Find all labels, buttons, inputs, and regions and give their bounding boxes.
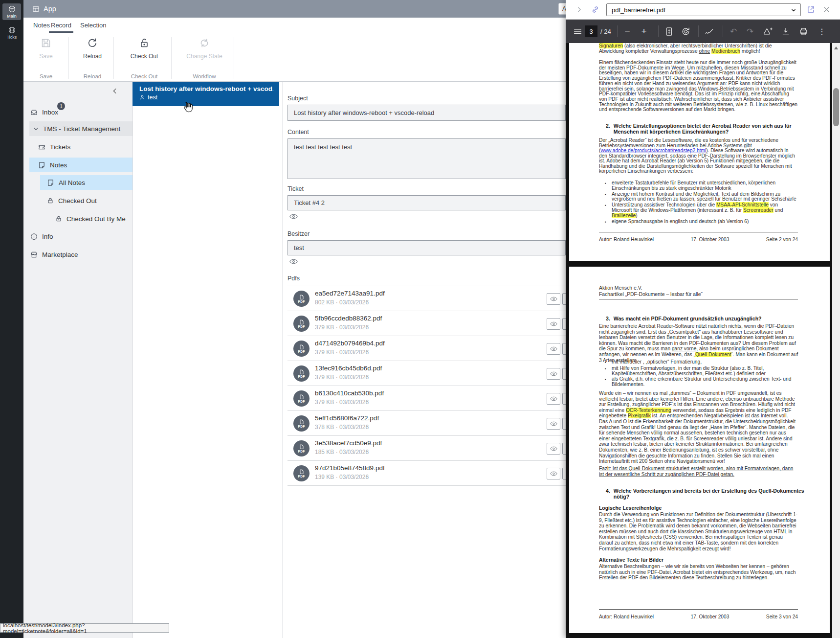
zoom-in-button[interactable]: +	[637, 20, 651, 43]
attachment-preview-button[interactable]	[547, 318, 560, 330]
attachment-row[interactable]: PDF d471492b079469b4.pdf 379 KB · 03/03/…	[287, 336, 566, 361]
tab-record[interactable]: Record	[51, 22, 71, 29]
ticket-input[interactable]	[287, 195, 566, 210]
change-state-button[interactable]: Change State	[175, 36, 234, 72]
attachment-download-button[interactable]	[562, 343, 566, 355]
ticket-icon	[38, 143, 45, 151]
content-input[interactable]: test test test test test	[287, 138, 566, 179]
sidebar-item-info[interactable]: Info	[30, 229, 53, 244]
attachment-preview-button[interactable]	[547, 368, 560, 380]
attachment-download-button[interactable]	[562, 318, 566, 330]
note-icon	[38, 161, 45, 169]
rotate-icon[interactable]	[679, 20, 692, 43]
chevron-down-icon	[33, 126, 39, 132]
besitzer-input[interactable]	[287, 240, 566, 255]
ribbon-group-save: Save	[28, 73, 64, 79]
tab-notes[interactable]: Notes	[33, 22, 50, 29]
zoom-out-button[interactable]: −	[620, 20, 634, 43]
print-icon[interactable]	[796, 20, 810, 43]
scroll-up-icon[interactable]	[834, 46, 839, 50]
note-list-item-selected[interactable]: Lost history after windows-reboot + vsco…	[133, 82, 279, 106]
attachment-preview-button[interactable]	[547, 343, 560, 355]
attachment-row[interactable]: PDF 13fec916cb45db6d.pdf 379 KB · 03/03/…	[287, 361, 566, 386]
pdf-viewer-header: pdf_barrierefrei.pdf	[566, 0, 840, 20]
reload-button[interactable]: Reload	[71, 36, 113, 72]
pdf-heading-3: 3.Was macht ein PDF-Dokument grundsätzli…	[599, 316, 805, 321]
subject-label: Subject	[287, 95, 308, 102]
pdf-fazit: Fazit: Ist das Quell-Dokument strukturie…	[599, 466, 798, 477]
sidebar: Inbox 1 TMS - Ticket Management Tickets …	[23, 82, 133, 638]
pdf-scrollbar-thumb[interactable]	[833, 88, 839, 126]
add-comment-icon[interactable]	[761, 20, 774, 43]
attachment-row[interactable]: PDF 3e538acef7cd50e9.pdf 185 KB · 03/03/…	[287, 436, 566, 461]
close-icon[interactable]	[823, 6, 830, 13]
attachment-preview-button[interactable]	[547, 393, 560, 405]
pdf-bullet-list: ▪mit manueller , „optischer“ Formatierun…	[599, 360, 798, 388]
sidebar-item-tickets[interactable]: Tickets	[38, 139, 70, 154]
draw-icon[interactable]	[702, 20, 716, 43]
rail-item-main-label: Main	[7, 14, 17, 19]
pdf-document-area[interactable]: Signaturen (also elektronischer, aber re…	[566, 43, 840, 638]
ticket-preview-eye-icon[interactable]	[289, 214, 298, 219]
sidebar-item-notes[interactable]: Notes	[38, 158, 67, 172]
attachment-download-button[interactable]	[562, 443, 566, 455]
app-title: App	[44, 5, 56, 13]
forward-chevron-icon[interactable]	[575, 6, 583, 13]
attachment-row[interactable]: PDF 5eff1d5680f6a722.pdf 378 KB · 03/03/…	[287, 411, 566, 436]
check-out-button[interactable]: Check Out	[117, 36, 171, 72]
attachment-row[interactable]: PDF ea5ed72e7143aa91.pdf 802 KB · 03/03/…	[287, 286, 566, 311]
sidebar-item-inbox[interactable]: Inbox	[30, 105, 58, 119]
attachment-download-button[interactable]	[562, 293, 566, 305]
pdf-rule	[599, 299, 798, 299]
sidebar-item-checked-out-by-me[interactable]: Checked Out By Me	[55, 211, 126, 226]
besitzer-label: Besitzer	[287, 230, 309, 237]
menu-icon[interactable]	[572, 20, 583, 43]
lock-user-icon	[55, 215, 62, 222]
pdf-scrollbar[interactable]	[832, 43, 840, 638]
pdf-paragraph: Alternative Beschreibungen – wie wir sie…	[599, 564, 798, 581]
pdf-heading-4: 4.Welche Vorbereitungen sind bereits bei…	[599, 488, 805, 500]
save-icon	[40, 36, 52, 50]
undo-icon[interactable]: ↶	[727, 20, 740, 43]
tab-selection[interactable]: Selection	[80, 22, 106, 29]
attachment-preview-button[interactable]	[547, 418, 560, 430]
rail-item-ticks[interactable]: Ticks	[2, 24, 21, 41]
pdf-bullet-list: ▪erweiterte Tastaturbefehle für Benutzer…	[599, 181, 798, 225]
attachment-list: PDF ea5ed72e7143aa91.pdf 802 KB · 03/03/…	[287, 286, 566, 486]
save-button[interactable]: Save	[28, 36, 64, 72]
lock-icon	[47, 197, 54, 204]
sidebar-item-all-notes[interactable]: All Notes	[47, 175, 85, 190]
attachment-row[interactable]: PDF b6130c410cab530b.pdf 379 KB · 03/03/…	[287, 386, 566, 411]
pdf-paragraph: Eine barrierefreie Acrobat Reader-Softwa…	[599, 323, 798, 363]
page-number-input[interactable]: 3	[585, 25, 597, 37]
ribbon-group-reload: Reload	[71, 73, 113, 79]
attachment-download-button[interactable]	[562, 468, 566, 479]
pdf-paragraph: Signaturen (also elektronischer, aber re…	[599, 44, 798, 54]
attachment-preview-button[interactable]	[547, 293, 560, 305]
pdf-toolbar: 3 / 24 − + ↶ ↷ ⋮	[566, 20, 840, 43]
rail-item-main[interactable]: Main	[2, 3, 21, 20]
link-icon[interactable]	[591, 5, 599, 14]
redo-icon[interactable]: ↷	[743, 20, 757, 43]
besitzer-preview-eye-icon[interactable]	[289, 259, 298, 264]
attachment-row[interactable]: PDF 5fb96ccdedb88362.pdf 379 KB · 03/03/…	[287, 311, 566, 336]
sidebar-item-checked-out[interactable]: Checked Out	[47, 193, 97, 208]
attachment-preview-button[interactable]	[547, 443, 560, 455]
collapse-chevron-icon[interactable]	[111, 87, 118, 95]
download-icon[interactable]	[779, 20, 793, 43]
sidebar-item-tms[interactable]: TMS - Ticket Management	[33, 121, 120, 136]
note-icon	[47, 179, 54, 186]
sidebar-item-marketplace[interactable]: Marketplace	[30, 247, 78, 262]
attachment-download-button[interactable]	[562, 368, 566, 380]
attachment-download-button[interactable]	[562, 393, 566, 405]
subject-input[interactable]	[287, 105, 566, 121]
attachment-download-button[interactable]	[562, 418, 566, 430]
more-icon[interactable]: ⋮	[815, 20, 829, 43]
attachment-row[interactable]: PDF 97d21b05e87458d9.pdf 139 KB · 03/03/…	[287, 461, 566, 486]
open-external-icon[interactable]	[807, 5, 815, 14]
attachment-select-dropdown[interactable]: pdf_barrierefrei.pdf	[606, 3, 801, 16]
attachment-preview-button[interactable]	[547, 468, 560, 479]
pdf-file-icon: PDF	[293, 465, 309, 481]
pdf-file-icon: PDF	[293, 390, 309, 407]
fit-page-icon[interactable]	[662, 20, 676, 43]
